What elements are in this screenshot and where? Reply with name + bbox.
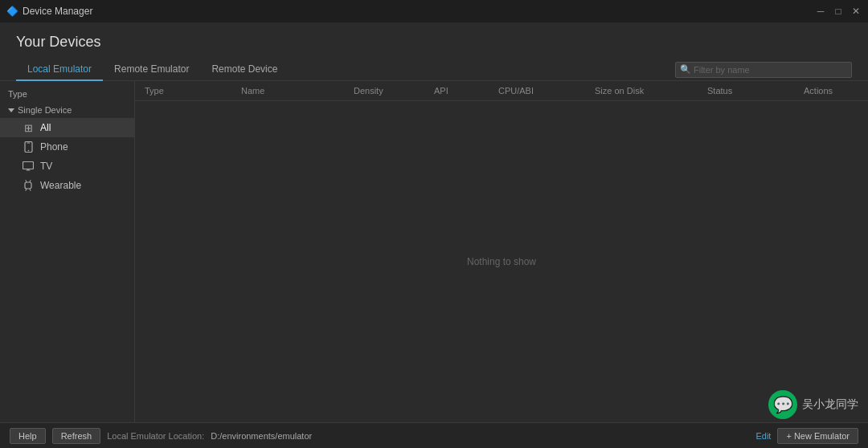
wearable-icon	[23, 180, 34, 191]
main-container: Your Devices Local Emulator Remote Emula…	[0, 22, 868, 448]
bottom-right: Edit + New Emulator	[755, 428, 858, 444]
title-bar-title: Device Manager	[23, 6, 92, 17]
app-icon: 🔷	[6, 6, 18, 17]
all-icon: ⊞	[23, 122, 34, 133]
bottom-bar: Help Refresh Local Emulator Location: D:…	[0, 422, 868, 448]
svg-point-1	[27, 150, 29, 152]
search-icon: 🔍	[680, 64, 691, 75]
location-label: Local Emulator Location:	[107, 431, 204, 441]
tabs-left: Local Emulator Remote Emulator Remote De…	[16, 59, 289, 80]
table-body: Nothing to show	[135, 101, 868, 422]
sidebar-item-tv-label: TV	[40, 161, 52, 172]
content-area: Type Single Device ⊞ All Phone	[0, 81, 868, 422]
edit-link[interactable]: Edit	[755, 431, 771, 441]
sidebar-single-device-header: Single Device	[0, 102, 134, 118]
sidebar-single-device-label: Single Device	[18, 105, 72, 115]
sidebar-item-wearable-label: Wearable	[40, 180, 81, 191]
bottom-left: Help Refresh Local Emulator Location: D:…	[10, 428, 312, 444]
maximize-button[interactable]: □	[833, 6, 844, 17]
sidebar-item-tv[interactable]: TV	[0, 157, 134, 176]
svg-rect-3	[23, 162, 34, 169]
col-size-on-disk: Size on Disk	[595, 86, 707, 96]
sidebar: Type Single Device ⊞ All Phone	[0, 81, 135, 422]
title-bar: 🔷 Device Manager ─ □ ✕	[0, 0, 868, 22]
wechat-icon: 💬	[768, 390, 797, 419]
minimize-button[interactable]: ─	[815, 6, 826, 17]
col-cpu-abi: CPU/ABI	[498, 86, 595, 96]
sidebar-item-wearable[interactable]: Wearable	[0, 176, 134, 195]
col-name: Name	[241, 86, 354, 96]
phone-icon	[23, 141, 34, 153]
col-density: Density	[354, 86, 434, 96]
watermark: 💬 吴小龙同学	[768, 390, 858, 419]
filter-input[interactable]	[675, 62, 852, 78]
sidebar-type-header: Type	[0, 86, 134, 102]
refresh-button[interactable]: Refresh	[52, 428, 101, 444]
col-type: Type	[145, 86, 241, 96]
col-api: API	[434, 86, 498, 96]
empty-text: Nothing to show	[467, 256, 536, 267]
svg-rect-6	[25, 182, 31, 189]
title-bar-left: 🔷 Device Manager	[6, 6, 92, 17]
close-button[interactable]: ✕	[850, 6, 862, 17]
new-emulator-button[interactable]: + New Emulator	[777, 428, 858, 444]
tv-icon	[23, 161, 34, 172]
sidebar-item-phone[interactable]: Phone	[0, 137, 134, 157]
title-bar-controls: ─ □ ✕	[815, 6, 862, 17]
col-actions: Actions	[804, 86, 858, 96]
sidebar-item-all-label: All	[40, 122, 51, 133]
sidebar-type-label: Type	[8, 89, 27, 99]
table-area: Type Name Density API CPU/ABI Size on Di…	[135, 81, 868, 422]
location-value: D:/environments/emulator	[211, 431, 312, 441]
tab-remote-device[interactable]: Remote Device	[200, 59, 289, 81]
page-header: Your Devices	[0, 22, 868, 54]
help-button[interactable]: Help	[10, 428, 46, 444]
tab-remote-emulator[interactable]: Remote Emulator	[103, 59, 200, 81]
watermark-text: 吴小龙同学	[802, 397, 858, 412]
sidebar-item-all[interactable]: ⊞ All	[0, 118, 134, 137]
chevron-down-icon	[8, 108, 14, 112]
filter-wrapper: 🔍	[675, 62, 852, 78]
sidebar-item-phone-label: Phone	[40, 141, 68, 153]
table-header: Type Name Density API CPU/ABI Size on Di…	[135, 81, 868, 101]
page-title: Your Devices	[16, 34, 852, 51]
tabs-bar: Local Emulator Remote Emulator Remote De…	[0, 54, 868, 81]
col-status: Status	[707, 86, 804, 96]
tab-local-emulator[interactable]: Local Emulator	[16, 59, 103, 81]
